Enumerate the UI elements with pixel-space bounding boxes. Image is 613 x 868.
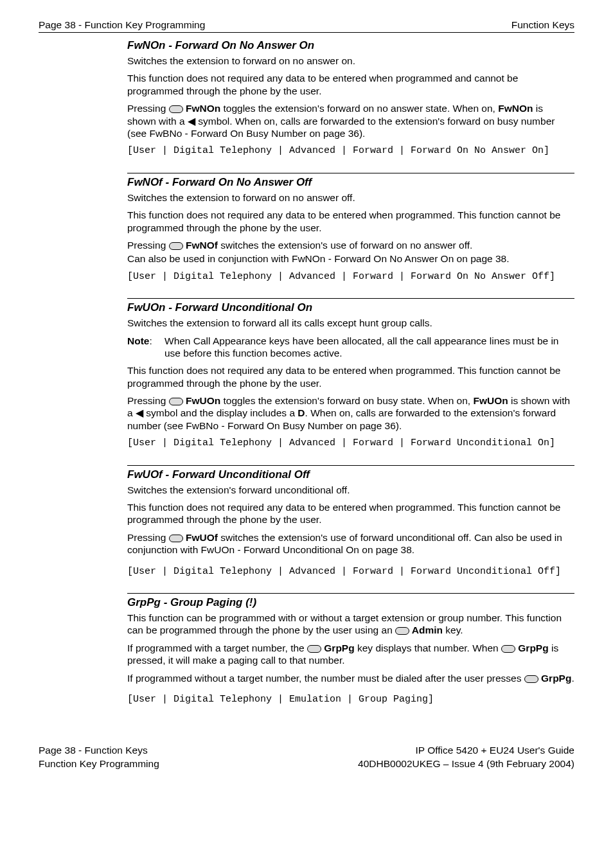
fwuof-p3: Pressing FwUOf switches the extension's …: [127, 531, 574, 556]
button-icon: [307, 645, 321, 653]
svg-rect-7: [524, 675, 538, 682]
fwuon-p3: Pressing FwUOn toggles the extension's f…: [127, 394, 574, 432]
svg-rect-5: [308, 645, 321, 652]
fwuon-note: Note: When Call Appearance keys have bee…: [127, 335, 574, 360]
section-title-fwnof: FwNOf - Forward On No Answer Off: [127, 173, 574, 189]
svg-rect-0: [169, 106, 182, 113]
section-title-fwnon: FwNOn - Forward On No Answer On: [127, 39, 574, 52]
fwuof-p1: Switches the extension's forward uncondi…: [127, 484, 574, 496]
fwnof-p3: Pressing FwNOf switches the extension's …: [127, 239, 574, 251]
button-icon: [524, 675, 538, 683]
page-header: Page 38 - Function Key Programming Funct…: [39, 19, 574, 33]
fwuof-code: [User | Digital Telephony | Advanced | F…: [127, 565, 574, 578]
header-right: Function Keys: [511, 19, 574, 31]
section-title-fwuof: FwUOf - Forward Unconditional Off: [127, 465, 574, 481]
fwuon-p2: This function does not required any data…: [127, 364, 574, 389]
section-title-fwuon: FwUOn - Forward Unconditional On: [127, 298, 574, 314]
fwnon-p2: This function does not required any data…: [127, 72, 574, 97]
fwuof-p2: This function does not required any data…: [127, 501, 574, 526]
fwnon-p1: Switches the extension to forward on no …: [127, 55, 574, 67]
content-area: FwNOn - Forward On No Answer On Switches…: [39, 39, 574, 705]
fwnof-p1: Switches the extension to forward on no …: [127, 191, 574, 204]
button-icon: [169, 105, 183, 113]
svg-rect-4: [396, 628, 409, 635]
fwuon-p1: Switches the extension to forward all it…: [127, 317, 574, 329]
svg-rect-3: [169, 535, 182, 542]
button-icon: [395, 627, 409, 635]
fwnof-code: [User | Digital Telephony | Advanced | F…: [127, 270, 574, 283]
fwnon-code: [User | Digital Telephony | Advanced | F…: [127, 145, 574, 157]
footer-right2: 40DHB0002UKEG – Issue 4 (9th February 20…: [358, 757, 574, 770]
grppg-p3: If programmed without a target number, t…: [127, 672, 574, 684]
button-icon: [169, 398, 183, 405]
svg-rect-1: [169, 242, 182, 249]
button-icon: [169, 242, 183, 250]
section-title-grppg: GrpPg - Group Paging (!): [127, 593, 574, 609]
button-icon: [501, 645, 515, 653]
footer-left1: Page 38 - Function Keys: [39, 744, 159, 757]
grppg-p1: This function can be programmed with or …: [127, 612, 574, 637]
fwnof-p4: Can also be used in conjunction with FwN…: [127, 252, 574, 265]
fwuon-code: [User | Digital Telephony | Advanced | F…: [127, 437, 574, 450]
page-footer: Page 38 - Function Keys Function Key Pro…: [39, 744, 574, 770]
grppg-code: [User | Digital Telephony | Emulation | …: [127, 693, 574, 706]
fwnon-p3: Pressing FwNOn toggles the extension's f…: [127, 102, 574, 139]
footer-left2: Function Key Programming: [39, 757, 159, 770]
svg-rect-2: [169, 398, 182, 405]
footer-right1: IP Office 5420 + EU24 User's Guide: [358, 744, 574, 757]
header-left: Page 38 - Function Key Programming: [39, 19, 205, 31]
svg-rect-6: [501, 645, 515, 652]
grppg-p2: If programmed with a target number, the …: [127, 642, 574, 667]
fwnof-p2: This function does not required any data…: [127, 209, 574, 234]
button-icon: [169, 535, 183, 542]
